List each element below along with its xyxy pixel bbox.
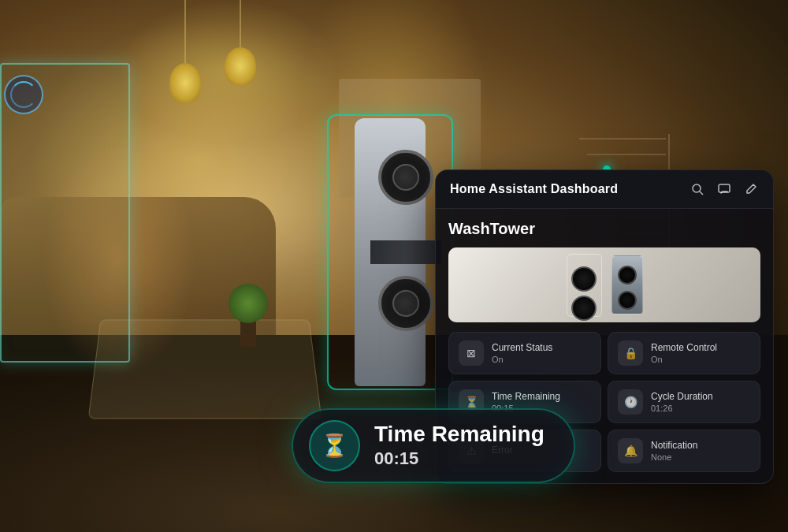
device-title: WashTower	[448, 220, 760, 238]
cycle-duration-icon: 🕐	[624, 396, 637, 408]
time-remaining-overlay: ⏳ Time Remaining 00:15	[292, 408, 575, 483]
dashboard-header: Home Assistant Dashboard	[436, 170, 773, 209]
svg-line-1	[700, 192, 703, 195]
remote-control-label: Remote Control	[651, 342, 717, 353]
notification-icon-wrap: 🔔	[618, 438, 643, 463]
remote-control-value: On	[651, 355, 717, 364]
current-status-text: Current Status On	[492, 342, 552, 364]
stair-line	[587, 154, 666, 155]
cycle-duration-value: 01:26	[651, 404, 713, 413]
mini-appliance-2	[611, 255, 643, 314]
cycle-duration-icon-wrap: 🕐	[618, 389, 643, 415]
mini-appliance-1	[567, 254, 602, 317]
time-text-wrap: Time Remaining 00:15	[374, 423, 545, 469]
current-status-value: On	[492, 355, 552, 364]
stair-line	[579, 138, 666, 140]
svg-point-0	[693, 184, 701, 192]
current-status-label: Current Status	[492, 342, 552, 353]
search-icon[interactable]	[690, 181, 705, 197]
time-sub-value: 00:15	[374, 448, 545, 469]
header-icons	[690, 181, 759, 197]
cycle-duration-label: Cycle Duration	[651, 391, 713, 402]
notification-label: Notification	[651, 440, 697, 451]
notification-text: Notification None	[651, 440, 697, 462]
remote-control-icon-wrap: 🔒	[618, 340, 643, 366]
washtower-drum-top	[378, 150, 433, 205]
cycle-duration-text: Cycle Duration 01:26	[651, 391, 713, 413]
time-remaining-icon: ⏳	[465, 396, 478, 408]
time-remaining-label: Time Remaining	[492, 391, 560, 402]
time-hourglass-icon: ⏳	[321, 433, 348, 459]
time-icon-circle: ⏳	[309, 420, 360, 471]
pendant-light-right	[221, 0, 260, 79]
notification-value: None	[651, 452, 697, 462]
status-card-remote-control[interactable]: 🔒 Remote Control On	[608, 332, 760, 374]
washtower-drum-bottom	[378, 276, 433, 331]
device-circle-indicator	[4, 75, 43, 114]
device-image-strip	[448, 247, 760, 322]
status-card-notification[interactable]: 🔔 Notification None	[608, 430, 760, 472]
dashboard-title: Home Assistant Dashboard	[450, 182, 618, 196]
pendant-light-left	[165, 0, 205, 95]
status-card-current-status[interactable]: ⊠ Current Status On	[448, 332, 601, 374]
washtower-appliance	[339, 118, 441, 386]
time-main-label: Time Remaining	[374, 423, 545, 445]
current-status-icon-wrap: ⊠	[459, 340, 484, 366]
washtower-body	[355, 118, 426, 386]
status-card-cycle-duration[interactable]: 🕐 Cycle Duration 01:26	[608, 381, 760, 423]
washtower-control-panel	[370, 240, 441, 264]
remote-control-icon: 🔒	[624, 347, 637, 359]
plant	[229, 284, 268, 347]
current-status-icon: ⊠	[466, 347, 476, 359]
remote-control-text: Remote Control On	[651, 342, 717, 364]
edit-icon[interactable]	[743, 181, 759, 197]
notification-icon: 🔔	[624, 445, 637, 457]
message-icon[interactable]	[716, 181, 732, 197]
